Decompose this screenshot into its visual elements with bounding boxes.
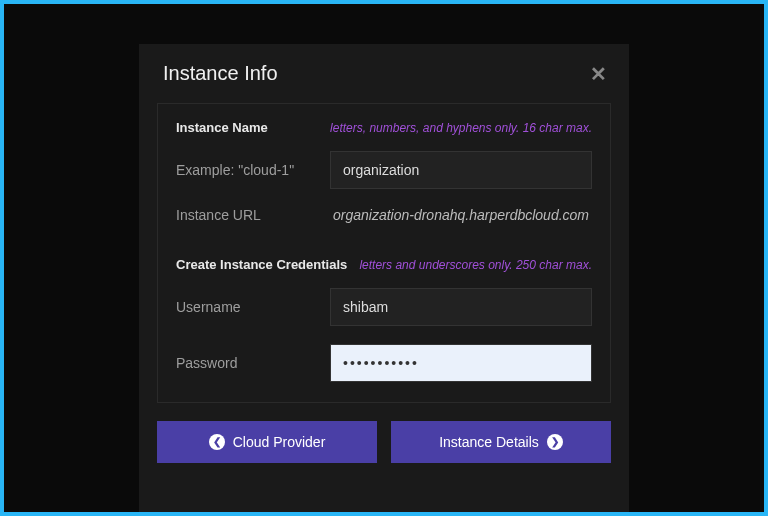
instance-url-row: Instance URL organization-dronahq.harper…	[176, 207, 592, 223]
password-label: Password	[176, 355, 316, 371]
credentials-section-header: Create Instance Credentials letters and …	[176, 257, 592, 272]
instance-section: Instance Name letters, numbers, and hyph…	[157, 103, 611, 403]
instance-name-input[interactable]	[330, 151, 592, 189]
modal-footer: ❮ Cloud Provider Instance Details ❯	[139, 403, 629, 463]
credentials-heading: Create Instance Credentials	[176, 257, 347, 272]
modal-title: Instance Info	[163, 62, 278, 85]
chevron-right-icon: ❯	[547, 434, 563, 450]
instance-name-row: Example: "cloud-1"	[176, 151, 592, 189]
credentials-hint: letters and underscores only. 250 char m…	[359, 258, 592, 272]
instance-details-button[interactable]: Instance Details ❯	[391, 421, 611, 463]
username-row: Username	[176, 288, 592, 326]
modal-header: Instance Info ✕	[139, 44, 629, 103]
password-row: Password	[176, 344, 592, 382]
chevron-left-icon: ❮	[209, 434, 225, 450]
instance-info-modal: Instance Info ✕ Instance Name letters, n…	[139, 44, 629, 512]
instance-section-header: Instance Name letters, numbers, and hyph…	[176, 120, 592, 135]
username-input[interactable]	[330, 288, 592, 326]
instance-name-hint: letters, numbers, and hyphens only. 16 c…	[330, 121, 592, 135]
cloud-provider-button-label: Cloud Provider	[233, 434, 326, 450]
instance-url-value: organization-dronahq.harperdbcloud.com	[330, 207, 592, 223]
password-input[interactable]	[330, 344, 592, 382]
instance-name-heading: Instance Name	[176, 120, 268, 135]
instance-details-button-label: Instance Details	[439, 434, 539, 450]
username-label: Username	[176, 299, 316, 315]
cloud-provider-button[interactable]: ❮ Cloud Provider	[157, 421, 377, 463]
instance-name-example-label: Example: "cloud-1"	[176, 162, 316, 178]
instance-url-label: Instance URL	[176, 207, 316, 223]
close-icon[interactable]: ✕	[590, 64, 607, 84]
modal-body: Instance Name letters, numbers, and hyph…	[139, 103, 629, 403]
